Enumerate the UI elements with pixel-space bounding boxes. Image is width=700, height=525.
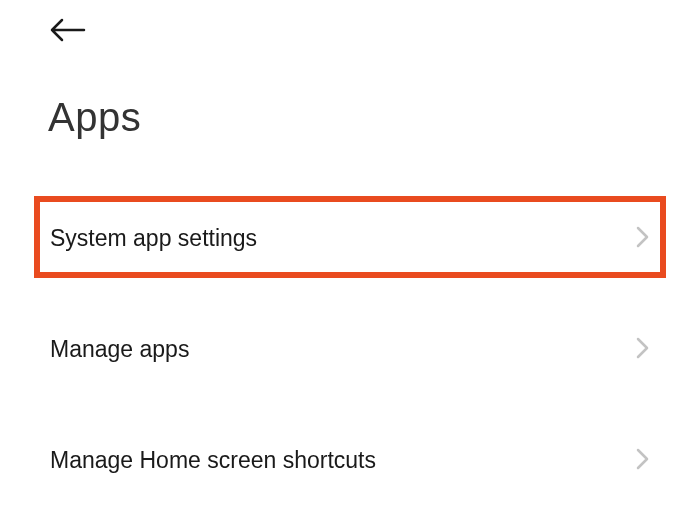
settings-item-label: Manage apps [50, 336, 189, 363]
back-arrow-icon [50, 18, 86, 42]
chevron-right-icon [636, 225, 650, 253]
chevron-right-icon [636, 447, 650, 475]
settings-item-label: System app settings [50, 225, 257, 252]
page-title: Apps [48, 95, 141, 140]
settings-list: System app settings Manage apps Manage H… [0, 200, 700, 499]
chevron-right-icon [636, 336, 650, 364]
settings-item-system-app-settings[interactable]: System app settings [0, 200, 700, 277]
settings-item-manage-home-screen-shortcuts[interactable]: Manage Home screen shortcuts [0, 422, 700, 499]
settings-item-label: Manage Home screen shortcuts [50, 447, 376, 474]
back-button[interactable] [50, 18, 86, 42]
settings-item-manage-apps[interactable]: Manage apps [0, 311, 700, 388]
